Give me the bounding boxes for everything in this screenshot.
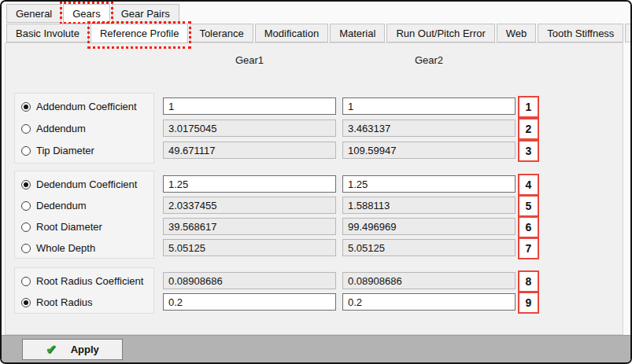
- addendum-gear1-field: [163, 119, 336, 137]
- main-tab-bar: General Gears Gear Pairs: [6, 4, 179, 24]
- tip-diameter-gear2-field: [342, 142, 516, 159]
- tip-diameter-gear1-field: [163, 142, 336, 159]
- root-radius-coefficient-radio-row[interactable]: Root Radius Coefficient: [21, 274, 143, 288]
- root-radius-coefficient-gear2-field: [342, 272, 516, 289]
- root-diameter-label: Root Diameter: [36, 221, 102, 233]
- radio-button-icon[interactable]: [21, 180, 31, 189]
- callout-badge-5: 5: [518, 195, 539, 217]
- callout-badge-7: 7: [518, 237, 539, 259]
- root-radius-radio-row[interactable]: Root Radius: [21, 296, 93, 309]
- root-diameter-gear1-field: [163, 218, 336, 235]
- addendum-label: Addendum: [36, 123, 86, 134]
- addendum-coefficient-gear2-input[interactable]: [342, 97, 516, 115]
- apply-button[interactable]: ✔ Apply: [22, 339, 123, 360]
- tab-general[interactable]: General: [6, 4, 61, 23]
- dedendum-radio-row[interactable]: Dedendum: [21, 199, 87, 212]
- root-diameter-gear2-field: [342, 218, 516, 235]
- radio-button-icon[interactable]: [21, 222, 31, 232]
- callout-badge-9: 9: [518, 292, 539, 314]
- root-diameter-radio-row[interactable]: Root Diameter: [21, 220, 102, 233]
- tab-reference-profile[interactable]: Reference Profile: [91, 24, 188, 43]
- tab-reference-profile-label: Reference Profile: [100, 28, 179, 39]
- tab-modification[interactable]: Modification: [255, 24, 328, 42]
- green-check-icon: ✔: [46, 342, 56, 357]
- whole-depth-radio-row[interactable]: Whole Depth: [21, 241, 95, 255]
- radio-button-icon[interactable]: [21, 124, 31, 134]
- radio-button-icon[interactable]: [21, 201, 31, 211]
- tab-gears-label: Gears: [72, 8, 100, 20]
- whole-depth-gear2-field: [342, 239, 516, 256]
- gear-application-window: General Gears Gear Pairs Basic Involute …: [0, 0, 632, 364]
- dedendum-gear2-field: [342, 197, 516, 214]
- callout-number: 1: [526, 101, 532, 113]
- tab-run-out-pitch-error[interactable]: Run Out/Pitch Error: [386, 24, 494, 42]
- root-radius-label: Root Radius: [36, 296, 93, 308]
- tab-gears[interactable]: Gears: [63, 4, 109, 24]
- tab-tolerance[interactable]: Tolerance: [190, 24, 253, 42]
- dedendum-coefficient-label: Dedendum Coefficient: [36, 178, 137, 190]
- root-radius-coefficient-label: Root Radius Coefficient: [36, 275, 143, 287]
- dedendum-label: Dedendum: [36, 200, 87, 211]
- root-radius-gear1-input[interactable]: [163, 293, 336, 311]
- addendum-coefficient-radio-row[interactable]: Addendum Coefficient: [21, 100, 137, 113]
- callout-number: 4: [526, 178, 532, 191]
- radio-button-icon[interactable]: [21, 277, 31, 286]
- gear1-column-header: Gear1: [163, 54, 336, 66]
- callout-number: 7: [526, 242, 532, 255]
- radio-button-icon[interactable]: [21, 102, 31, 112]
- footer-toolbar: ✔ Apply: [2, 335, 630, 362]
- tip-diameter-label: Tip Diameter: [36, 145, 94, 156]
- addendum-coefficient-gear1-input[interactable]: [163, 97, 336, 115]
- apply-button-label: Apply: [71, 344, 99, 355]
- callout-badge-8: 8: [518, 270, 539, 292]
- tab-tooth-stiffness[interactable]: Tooth Stiffness: [538, 24, 623, 42]
- addendum-radio-row[interactable]: Addendum: [21, 122, 86, 135]
- whole-depth-label: Whole Depth: [36, 242, 95, 254]
- callout-badge-3: 3: [518, 140, 539, 162]
- callout-badge-4: 4: [518, 174, 539, 196]
- addendum-gear2-field: [342, 119, 516, 137]
- callout-badge-1: 1: [518, 96, 539, 118]
- callout-badge-6: 6: [518, 216, 539, 238]
- callout-number: 3: [526, 145, 532, 157]
- addendum-coefficient-label: Addendum Coefficient: [36, 101, 137, 112]
- gear2-column-header: Gear2: [342, 54, 516, 66]
- dedendum-coefficient-radio-row[interactable]: Dedendum Coefficient: [21, 178, 137, 191]
- tab-gear-pairs[interactable]: Gear Pairs: [112, 4, 179, 23]
- root-radius-coefficient-gear1-field: [163, 272, 336, 289]
- radio-button-icon[interactable]: [21, 244, 31, 253]
- whole-depth-gear1-field: [163, 239, 336, 256]
- callout-number: 8: [526, 275, 532, 288]
- tab-summary[interactable]: Summary: [625, 24, 632, 42]
- callout-badge-2: 2: [518, 118, 539, 140]
- callout-number: 6: [526, 221, 532, 233]
- tab-basic-involute[interactable]: Basic Involute: [6, 24, 89, 42]
- callout-number: 5: [526, 200, 532, 212]
- sub-tab-bar: Basic Involute Reference Profile Toleran…: [6, 24, 632, 43]
- tip-diameter-radio-row[interactable]: Tip Diameter: [21, 144, 94, 157]
- dedendum-coefficient-gear2-input[interactable]: [342, 175, 516, 193]
- radio-button-icon[interactable]: [21, 298, 31, 307]
- tab-web[interactable]: Web: [497, 24, 537, 42]
- tab-material[interactable]: Material: [330, 24, 385, 42]
- callout-number: 9: [526, 296, 532, 309]
- dedendum-gear1-field: [163, 197, 336, 214]
- radio-button-icon[interactable]: [21, 146, 31, 156]
- root-radius-gear2-input[interactable]: [342, 293, 516, 311]
- dedendum-coefficient-gear1-input[interactable]: [163, 175, 336, 193]
- callout-number: 2: [526, 123, 532, 135]
